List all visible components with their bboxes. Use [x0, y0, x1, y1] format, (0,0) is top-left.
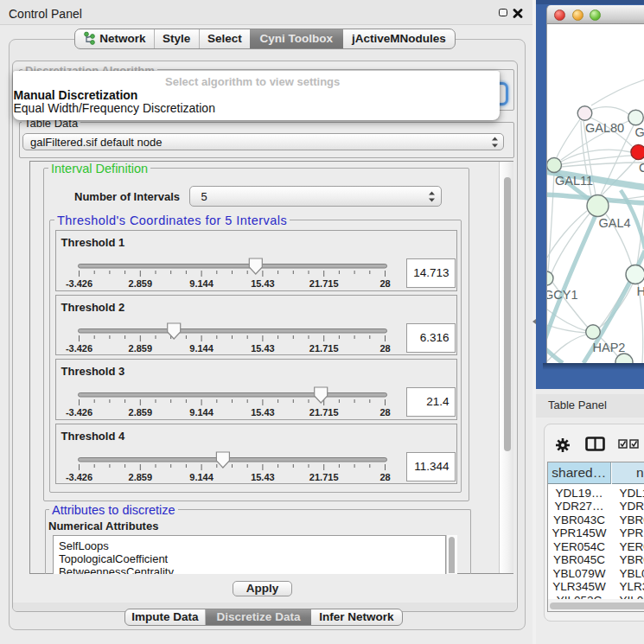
svg-text:9.144: 9.144: [189, 407, 214, 418]
svg-text:GCY1: GCY1: [546, 288, 578, 302]
svg-text:21.715: 21.715: [309, 278, 338, 289]
svg-text:C: C: [639, 161, 644, 175]
svg-text:GA: GA: [635, 125, 644, 139]
svg-text:21.715: 21.715: [309, 407, 338, 418]
svg-text:2.859: 2.859: [128, 278, 152, 289]
svg-text:-3.426: -3.426: [65, 472, 92, 482]
svg-text:H: H: [637, 284, 644, 298]
svg-text:GAL11: GAL11: [555, 174, 593, 188]
svg-text:2.859: 2.859: [128, 472, 152, 482]
svg-text:9.144: 9.144: [189, 278, 214, 289]
svg-text:-3.426: -3.426: [65, 343, 92, 354]
svg-text:15.43: 15.43: [251, 407, 275, 418]
svg-text:-3.426: -3.426: [65, 407, 92, 418]
svg-text:GAL80: GAL80: [585, 121, 624, 135]
svg-text:21.715: 21.715: [309, 343, 338, 354]
svg-text:15.43: 15.43: [251, 278, 275, 289]
svg-text:28: 28: [379, 407, 390, 418]
svg-text:28: 28: [379, 343, 390, 354]
svg-text:15.43: 15.43: [251, 343, 275, 354]
svg-text:9.144: 9.144: [189, 343, 214, 354]
svg-text:HAP2: HAP2: [593, 341, 626, 354]
svg-text:28: 28: [379, 472, 390, 482]
svg-text:2.859: 2.859: [128, 407, 152, 418]
svg-text:28: 28: [379, 278, 390, 289]
svg-text:GAL4: GAL4: [599, 216, 631, 230]
svg-text:2.859: 2.859: [128, 343, 152, 354]
svg-text:-3.426: -3.426: [65, 278, 92, 289]
svg-text:9.144: 9.144: [189, 472, 214, 482]
svg-text:21.715: 21.715: [309, 472, 338, 482]
svg-text:15.43: 15.43: [251, 472, 275, 482]
